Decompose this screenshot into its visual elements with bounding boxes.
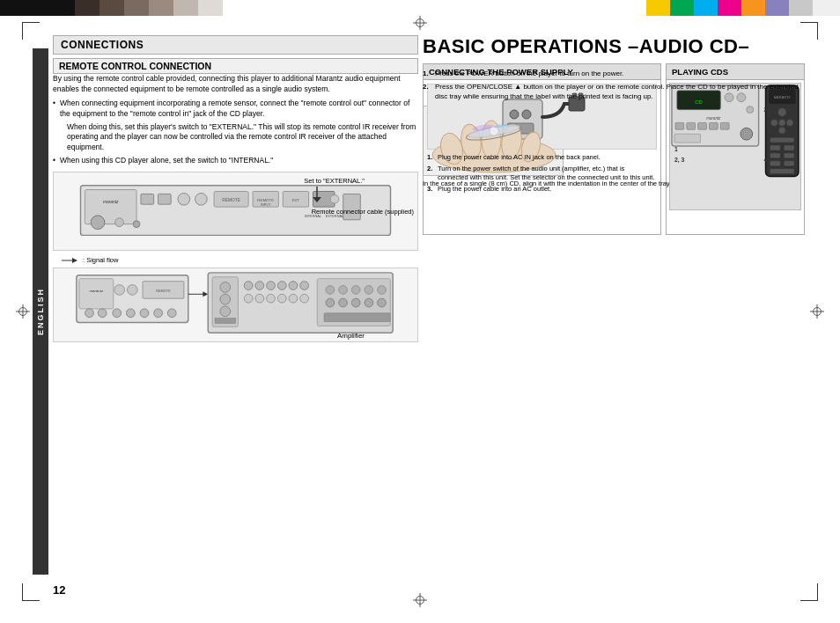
top-bar-gray bbox=[789, 0, 813, 16]
arrow-svg bbox=[304, 185, 330, 202]
amplifier-label-text: Amplifier bbox=[337, 332, 365, 340]
top-bar-light-brown bbox=[149, 0, 173, 16]
svg-point-55 bbox=[255, 294, 264, 303]
svg-point-45 bbox=[220, 294, 231, 304]
svg-point-62 bbox=[339, 286, 348, 295]
svg-point-48 bbox=[244, 282, 253, 290]
svg-text:2, 3: 2, 3 bbox=[764, 106, 775, 114]
svg-point-91 bbox=[741, 128, 753, 140]
svg-rect-108 bbox=[770, 161, 780, 166]
top-bar-purple bbox=[765, 0, 789, 16]
crosshair-bottom bbox=[413, 593, 427, 607]
signal-flow-label: : Signal flow bbox=[83, 256, 118, 264]
svg-rect-71 bbox=[324, 313, 390, 322]
cdplayer-top-diagram: marantz REMOTE REMOTE INPUT EXT INTERNAL… bbox=[53, 172, 418, 251]
svg-rect-90 bbox=[720, 122, 729, 129]
svg-point-63 bbox=[351, 286, 360, 295]
signal-arrow-svg bbox=[62, 257, 79, 264]
top-bar-light-beige bbox=[198, 0, 223, 16]
svg-point-37 bbox=[140, 309, 149, 318]
remote-control-header: REMOTE CONTROL CONNECTION bbox=[53, 58, 418, 74]
top-bar-black bbox=[0, 0, 75, 16]
playing-step-1-text: Press the POWER button on the player to … bbox=[435, 70, 623, 77]
top-bar-yellow bbox=[646, 0, 670, 16]
svg-marker-23 bbox=[313, 197, 321, 202]
svg-point-30 bbox=[127, 285, 137, 296]
svg-text:INPUT: INPUT bbox=[261, 202, 271, 207]
cdplayer-remote-svg: CD marantz bbox=[670, 84, 800, 209]
playing-step-1: 1. Press the POWER button on the player … bbox=[423, 69, 805, 78]
svg-rect-104 bbox=[770, 145, 780, 150]
svg-point-44 bbox=[220, 282, 231, 293]
crosshair-right bbox=[810, 304, 824, 319]
svg-point-52 bbox=[289, 282, 298, 290]
top-bar-magenta bbox=[718, 0, 741, 16]
svg-marker-41 bbox=[203, 291, 208, 297]
svg-point-56 bbox=[267, 294, 276, 303]
svg-point-65 bbox=[378, 286, 387, 295]
svg-text:REMOTE: REMOTE bbox=[222, 198, 241, 202]
svg-point-58 bbox=[289, 294, 298, 303]
svg-rect-105 bbox=[784, 145, 794, 150]
power-step-2-text: Turn on the power switch of the audio un… bbox=[438, 165, 654, 182]
bullet-2-text: When using this CD player alone, set the… bbox=[60, 156, 273, 165]
crosshair-left bbox=[16, 304, 30, 319]
svg-point-67 bbox=[339, 298, 348, 307]
power-step-1: 1. Plug the power cable into AC IN jack … bbox=[427, 153, 657, 163]
power-steps: 1. Plug the power cable into AC IN jack … bbox=[427, 153, 657, 194]
svg-point-70 bbox=[378, 298, 387, 307]
svg-point-66 bbox=[326, 298, 335, 307]
top-bar-cyan bbox=[694, 0, 718, 16]
top-bar-light-gray bbox=[813, 0, 840, 16]
svg-rect-103 bbox=[770, 137, 794, 143]
svg-point-36 bbox=[126, 309, 135, 318]
svg-rect-3 bbox=[141, 194, 154, 205]
svg-point-5 bbox=[178, 194, 190, 206]
left-column: CONNECTIONS REMOTE CONTROL CONNECTION By… bbox=[53, 35, 418, 588]
top-bar-dark-brown bbox=[75, 0, 99, 16]
svg-text:REMOTE: REMOTE bbox=[156, 289, 171, 293]
svg-text:marantz: marantz bbox=[89, 289, 104, 293]
bullet-1b-text: When doing this, set this player's switc… bbox=[67, 122, 416, 152]
svg-point-61 bbox=[326, 286, 335, 295]
svg-rect-110 bbox=[770, 169, 794, 174]
svg-point-64 bbox=[365, 286, 373, 295]
svg-point-99 bbox=[770, 119, 777, 126]
power-step-3-text: Plug the power cable into an AC outlet. bbox=[438, 185, 551, 193]
external-label: Set to "EXTERNAL." bbox=[304, 177, 365, 204]
svg-rect-27 bbox=[79, 279, 114, 309]
playing-step-2-text: Press the OPEN/CLOSE ▲ button on the pla… bbox=[435, 83, 799, 100]
svg-rect-106 bbox=[770, 153, 780, 158]
svg-marker-25 bbox=[72, 258, 77, 263]
bullet-item-2: When using this CD player alone, set the… bbox=[53, 156, 418, 166]
svg-point-101 bbox=[786, 119, 793, 126]
svg-point-100 bbox=[778, 119, 785, 126]
svg-point-51 bbox=[277, 282, 286, 290]
svg-point-84 bbox=[747, 106, 754, 114]
cdplayer-remote-image: CD marantz bbox=[669, 83, 801, 210]
amplifier-diagram: marantz REMOTE bbox=[53, 268, 418, 342]
svg-rect-109 bbox=[784, 161, 794, 166]
svg-point-53 bbox=[300, 282, 309, 290]
bullet-1-text: When connecting equipment incorporating … bbox=[60, 99, 409, 118]
connections-title: CONNECTIONS bbox=[61, 39, 144, 51]
svg-point-50 bbox=[267, 282, 276, 290]
svg-text:2, 3: 2, 3 bbox=[674, 157, 685, 164]
language-label: ENGLISH bbox=[36, 288, 45, 335]
page-number: 12 bbox=[53, 583, 65, 597]
svg-text:marantz: marantz bbox=[103, 200, 119, 204]
svg-point-21 bbox=[133, 221, 140, 228]
svg-point-59 bbox=[300, 294, 309, 303]
body-text-1: By using the remote control cable provid… bbox=[53, 74, 418, 95]
svg-rect-89 bbox=[709, 122, 718, 129]
svg-point-38 bbox=[154, 309, 163, 318]
signal-flow-row: : Signal flow bbox=[62, 256, 418, 264]
svg-point-69 bbox=[365, 298, 373, 307]
svg-point-34 bbox=[98, 309, 107, 318]
svg-point-68 bbox=[351, 298, 360, 307]
big-title: BASIC OPERATIONS –AUDIO CD– bbox=[423, 35, 805, 58]
bullet-item-1: When connecting equipment incorporating … bbox=[53, 99, 418, 120]
svg-rect-4 bbox=[158, 194, 172, 205]
svg-text:EXT: EXT bbox=[292, 198, 300, 202]
svg-point-57 bbox=[277, 294, 286, 303]
